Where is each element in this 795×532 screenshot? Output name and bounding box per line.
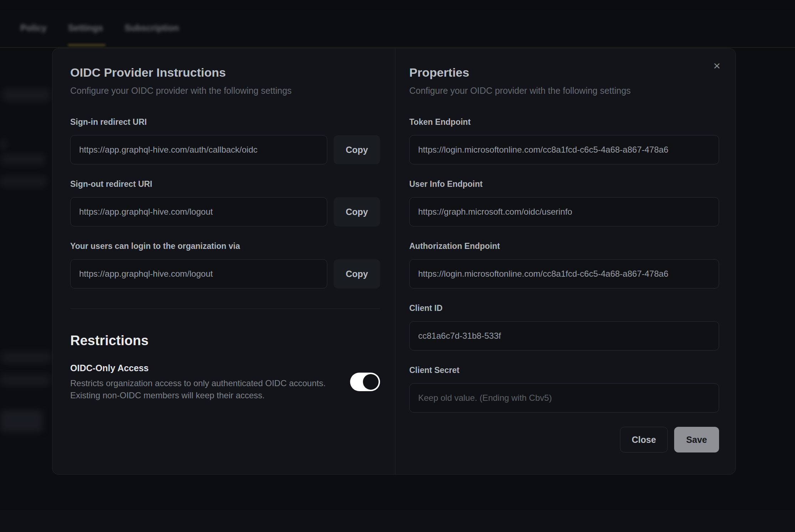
oidc-only-access-description: Restricts organization access to only au… (70, 377, 325, 401)
userinfo-endpoint-label: User Info Endpoint (409, 179, 719, 189)
authorization-endpoint-label: Authorization Endpoint (409, 241, 719, 251)
signin-redirect-input[interactable] (70, 135, 327, 164)
instructions-column: OIDC Provider Instructions Configure you… (70, 48, 380, 401)
copy-login-via-button[interactable]: Copy (334, 259, 380, 288)
client-secret-label: Client Secret (409, 365, 719, 375)
tab-list: Policy Settings Subscription (20, 23, 179, 33)
column-divider (395, 48, 395, 474)
restrictions-title: Restrictions (70, 332, 380, 349)
copy-signout-button[interactable]: Copy (334, 197, 380, 226)
oidc-only-access-toggle[interactable] (350, 373, 380, 391)
toggle-knob (363, 374, 379, 390)
background-blur-fragment (1, 154, 45, 165)
token-endpoint-label: Token Endpoint (409, 117, 719, 127)
properties-subtitle: Configure your OIDC provider with the fo… (409, 85, 719, 97)
oidc-only-access-label: OIDC-Only Access (70, 362, 325, 374)
signout-redirect-label: Sign-out redirect URI (70, 179, 380, 189)
properties-column: Properties Configure your OIDC provider … (409, 48, 719, 452)
login-via-label: Your users can login to the organization… (70, 241, 380, 251)
oidc-only-access-row: OIDC-Only Access Restricts organization … (70, 362, 380, 401)
login-via-input[interactable] (70, 259, 327, 288)
client-id-label: Client ID (409, 303, 719, 313)
tabbar-divider (0, 47, 795, 48)
instructions-title: OIDC Provider Instructions (70, 65, 380, 80)
properties-title: Properties (409, 65, 719, 80)
client-secret-input[interactable] (409, 383, 719, 413)
save-button[interactable]: Save (674, 427, 719, 452)
background-blur-fragment (0, 176, 46, 187)
background-blur-fragment (0, 139, 7, 150)
background-blur-button (0, 410, 43, 432)
userinfo-endpoint-input[interactable] (409, 197, 719, 226)
client-id-input[interactable] (409, 321, 719, 351)
section-divider (70, 308, 380, 309)
page: Policy Settings Subscription × OIDC Prov… (0, 0, 795, 532)
background-blur-fragment (1, 352, 51, 363)
background-blur-fragment (3, 88, 50, 101)
active-tab-underline (68, 44, 106, 46)
signout-redirect-input[interactable] (70, 197, 327, 226)
signin-redirect-label: Sign-in redirect URI (70, 117, 380, 127)
tab-settings[interactable]: Settings (68, 23, 103, 33)
close-button[interactable]: Close (620, 427, 668, 452)
tab-policy[interactable]: Policy (20, 23, 47, 33)
background-tabbar: Policy Settings Subscription (0, 0, 795, 47)
tab-subscription[interactable]: Subscription (124, 23, 179, 33)
background-blur-fragment (0, 374, 50, 386)
instructions-subtitle: Configure your OIDC provider with the fo… (70, 85, 380, 97)
authorization-endpoint-input[interactable] (409, 259, 719, 288)
oidc-settings-dialog: × OIDC Provider Instructions Configure y… (52, 48, 736, 475)
token-endpoint-input[interactable] (409, 135, 719, 164)
copy-signin-button[interactable]: Copy (334, 135, 380, 164)
